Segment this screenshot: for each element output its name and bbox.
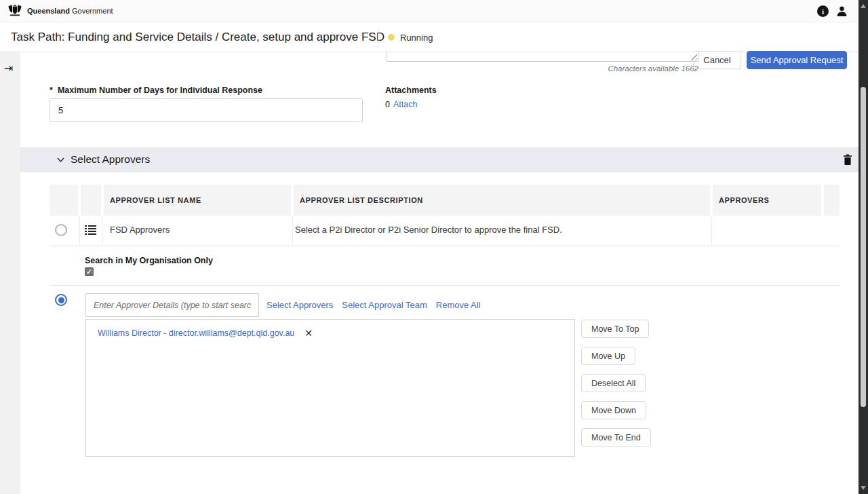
row-divider: [50, 246, 840, 246]
max-days-label: * Maximum Number of Days for Individual …: [50, 86, 262, 95]
page-title: Task Path: Funding and Service Details /…: [11, 22, 384, 52]
column-divider: [79, 216, 80, 246]
approver-list-description: Select a P2i Director or P2i Senior Dire…: [295, 225, 562, 235]
cancel-button[interactable]: Cancel: [693, 51, 741, 69]
required-asterisk: *: [50, 86, 53, 95]
approver-action-links: Select Approvers Select Approval Team Re…: [267, 300, 481, 310]
selected-approver-link[interactable]: Williams Director - director.williams@de…: [98, 328, 294, 338]
section-title: Select Approvers: [71, 153, 150, 166]
topbar-icon-group: i: [817, 5, 848, 17]
deselect-all-button[interactable]: Deselect All: [581, 374, 646, 392]
header-divider: [378, 29, 378, 48]
max-days-label-text: Maximum Number of Days for Individual Re…: [58, 86, 262, 95]
search-org-only-checkbox[interactable]: ✓: [85, 267, 94, 276]
table-header-icon-col: [81, 185, 101, 216]
selected-approvers-listbox[interactable]: Williams Director - director.williams@de…: [85, 319, 575, 457]
attachments-label: Attachments: [385, 86, 437, 95]
trash-icon[interactable]: [842, 153, 854, 166]
list-icon: [85, 225, 96, 235]
column-divider: [102, 216, 103, 246]
select-approval-team-link[interactable]: Select Approval Team: [342, 300, 427, 310]
logo-text-regular: Government: [72, 7, 113, 15]
approver-search-input[interactable]: [85, 293, 259, 317]
logo-text: Queensland Government: [27, 7, 113, 15]
characters-available-text: Characters available 1662: [387, 64, 698, 73]
info-icon[interactable]: i: [817, 5, 829, 17]
move-down-button[interactable]: Move Down: [581, 401, 646, 419]
comment-textarea[interactable]: [387, 52, 698, 62]
radio-selected-dot: [58, 297, 64, 303]
logo-text-bold: Queensland: [27, 7, 70, 15]
chevron-down-icon[interactable]: [56, 155, 65, 164]
expand-sidebar-icon[interactable]: ⇥: [4, 62, 13, 75]
column-divider: [292, 216, 293, 246]
select-approvers-section-header[interactable]: Select Approvers: [20, 147, 859, 172]
max-days-input[interactable]: [50, 98, 363, 122]
approver-list-name: FSD Approvers: [110, 225, 170, 235]
table-header-approvers: APPROVERS: [713, 185, 821, 216]
attach-link[interactable]: Attach: [393, 100, 417, 109]
table-header-radio-col: [50, 185, 78, 216]
vertical-scrollbar[interactable]: [859, 0, 868, 494]
move-up-button[interactable]: Move Up: [581, 347, 635, 365]
resize-grip-icon[interactable]: [690, 54, 697, 60]
header-bar: Task Path: Funding and Service Details /…: [0, 22, 868, 52]
scroll-down-icon[interactable]: [861, 486, 866, 490]
approver-list-radio[interactable]: [55, 224, 67, 236]
search-org-only-label: Search in My Organisation Only: [85, 256, 213, 265]
remove-approver-icon[interactable]: ✕: [304, 328, 313, 339]
top-bar: Queensland Government i: [0, 0, 868, 22]
move-to-top-button[interactable]: Move To Top: [581, 320, 649, 338]
attachments-count: 0: [385, 100, 390, 109]
manual-approvers-radio[interactable]: [55, 294, 67, 306]
move-to-end-button[interactable]: Move To End: [581, 428, 651, 446]
send-approval-request-button[interactable]: Send Approval Request: [747, 51, 847, 69]
scrollbar-thumb[interactable]: [861, 87, 866, 407]
left-rail: [0, 52, 20, 494]
status-running-dot-icon: [388, 34, 395, 41]
table-header-description: APPROVER LIST DESCRIPTION: [294, 185, 710, 216]
selected-approver-item: Williams Director - director.williams@de…: [98, 328, 313, 339]
app-window: Queensland Government i Task Path: Fundi…: [0, 0, 868, 494]
coat-of-arms-icon: [7, 3, 23, 18]
table-header-name: APPROVER LIST NAME: [104, 185, 291, 216]
select-approvers-link[interactable]: Select Approvers: [267, 300, 333, 310]
row-divider: [50, 285, 840, 286]
table-header-end-col: [824, 185, 840, 216]
status-label: Running: [400, 33, 433, 43]
column-divider: [711, 216, 712, 246]
scroll-up-icon[interactable]: [861, 4, 866, 8]
attachments-row: 0 Attach: [385, 100, 417, 109]
queensland-government-logo: Queensland Government: [7, 3, 113, 18]
remove-all-link[interactable]: Remove All: [436, 300, 481, 310]
status-badge: Running: [388, 22, 433, 52]
user-icon[interactable]: [836, 5, 848, 17]
